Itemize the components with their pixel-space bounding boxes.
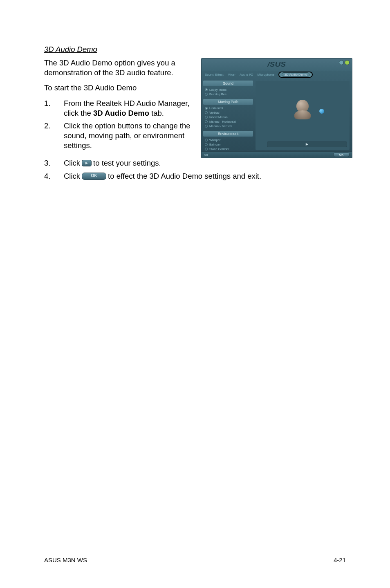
start-label: To start the 3D Audio Demo [44,83,194,93]
radio-icon [205,107,208,110]
step-text: to effect the 3D Audio Demo settings and… [108,171,261,181]
step-number: 4. [44,171,64,181]
tab-sound-effect[interactable]: Sound Effect [205,73,224,76]
step-4: 4. Click OK to effect the 3D Audio Demo … [44,171,346,181]
tab-3d-audio-demo-highlight: 3D Audio Demo [278,72,313,78]
radio-horizontal[interactable]: Horizontal [205,106,252,110]
step-number: 1. [44,99,64,118]
play-button[interactable] [267,141,347,147]
status-bar: n/a OK [202,151,352,158]
tab-audio-io[interactable]: Audio I/O [240,73,253,76]
page-footer: ASUS M3N WS 4-21 [44,553,346,563]
radio-icon [205,139,208,141]
radio-icon [205,116,208,119]
step-number: 2. [44,121,64,150]
section-environment: Environment [203,131,253,137]
step-text: to test your settings. [93,158,161,168]
options-sidebar: Sound Loopy Music Buzzing Bee Moving Pat… [202,79,255,152]
radio-icon [205,111,208,114]
radio-icon [205,93,208,96]
radio-loopy-music[interactable]: Loopy Music [205,88,252,92]
status-text: n/a [204,153,208,156]
radio-whisper[interactable]: Whisper [205,138,252,142]
step-2: 2. Click the option buttons to change th… [44,121,194,150]
footer-left: ASUS M3N WS [44,557,87,563]
step-text: Click [64,158,80,168]
section-sound: Sound [203,81,253,86]
play-icon [82,160,92,166]
ok-button[interactable]: OK [333,153,350,157]
asus-logo: /SUS [268,61,286,68]
svg-marker-1 [85,162,88,164]
radio-vertical[interactable]: Vertical [205,110,252,115]
radio-icon [205,125,208,128]
section-moving-path: Moving Path [203,99,253,105]
tab-bar: Sound Effect Mixer Audio I/O Microphone … [202,71,352,79]
radio-insect-motion[interactable]: Insect Motion [205,115,252,119]
radio-icon [205,88,208,91]
svg-marker-0 [306,143,308,146]
intro-paragraph: The 3D Audio Demo option gives you a dem… [44,58,194,77]
radio-ballroom[interactable]: Ballroom [205,142,252,147]
close-icon[interactable] [345,60,350,65]
step-1: 1. From the Realtek HD Audio Manager, cl… [44,99,194,118]
radio-stone-corridor[interactable]: Stone Corridor [205,147,252,151]
head-figure [294,100,311,120]
radio-icon [205,120,208,123]
ok-button-icon: OK [82,173,106,180]
tab-3d-audio-demo[interactable]: 3D Audio Demo [282,72,309,77]
window-control-icons [339,60,350,65]
tab-microphone[interactable]: Microphone [258,73,275,76]
radio-icon [205,148,208,150]
step-number: 3. [44,158,64,168]
footer-rule [44,553,346,553]
visualization-area [256,81,350,150]
step-3: 3. Click to test your settings. [44,158,346,168]
app-titlebar: /SUS [202,58,352,71]
section-heading: 3D Audio Demo [44,45,346,54]
min-icon[interactable] [339,60,344,65]
step-text: Click the option buttons to change the s… [64,121,194,150]
tab-name-bold: 3D Audio Demo [93,109,149,117]
radio-icon [205,143,208,146]
tab-mixer[interactable]: Mixer [228,73,236,76]
radio-manual-horizontal[interactable]: Manual - Horizontal [205,119,252,124]
app-screenshot: /SUS Sound Effect Mixer Audio I/O Microp… [201,58,352,158]
radio-buzzing-bee[interactable]: Buzzing Bee [205,92,252,97]
sound-orb[interactable] [319,109,324,114]
step-text: Click [64,171,80,181]
step-text: tab. [149,109,164,117]
radio-manual-vertical[interactable]: Manual - Vertical [205,124,252,128]
footer-right: 4-21 [334,557,346,563]
